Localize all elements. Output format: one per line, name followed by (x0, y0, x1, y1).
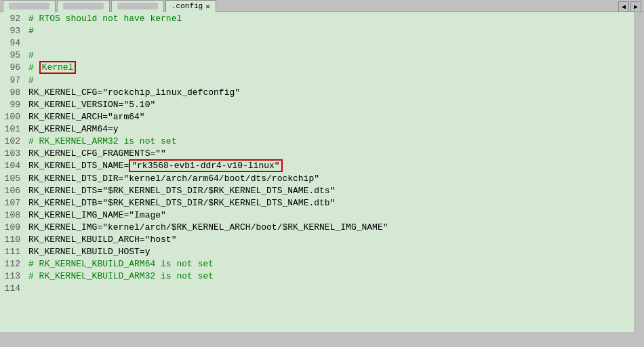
line-content[interactable]: RK_KERNEL_IMG_NAME="Image" (26, 209, 644, 221)
line-number: 114 (0, 282, 26, 294)
line-number: 107 (0, 197, 26, 209)
tab-1-label (9, 3, 49, 9)
table-row: 102# RK_KERNEL_ARM32 is not set (0, 135, 644, 147)
tab-2-label (63, 3, 104, 9)
line-content[interactable]: # RTOS should not have kernel (26, 12, 644, 24)
line-number: 103 (0, 147, 26, 159)
table-row: 109RK_KERNEL_IMG="kernel/arch/$RK_KERNEL… (0, 221, 644, 233)
table-row: 105RK_KERNEL_DTS_DIR="kernel/arch/arm64/… (0, 172, 644, 184)
table-row: 97# (0, 74, 644, 86)
line-number: 92 (0, 12, 26, 24)
line-number: 101 (0, 123, 26, 135)
table-row: 96# Kernel (0, 61, 644, 74)
line-number: 108 (0, 209, 26, 221)
table-row: 106RK_KERNEL_DTS="$RK_KERNEL_DTS_DIR/$RK… (0, 184, 644, 197)
line-number: 104 (0, 159, 26, 172)
nav-right-arrow[interactable]: ▶ (630, 1, 641, 12)
line-number: 110 (0, 233, 26, 245)
line-number: 94 (0, 37, 26, 49)
line-number: 106 (0, 184, 26, 197)
line-number: 105 (0, 172, 26, 184)
line-number: 109 (0, 221, 26, 233)
line-number: 111 (0, 245, 26, 258)
line-content[interactable]: RK_KERNEL_ARM64=y (26, 123, 644, 135)
table-row: 113# RK_KERNEL_KBUILD_ARM32 is not set (0, 270, 644, 282)
line-content[interactable]: # (26, 24, 644, 37)
line-content[interactable]: RK_KERNEL_DTS_NAME="rk3568-evb1-ddr4-v10… (26, 159, 644, 172)
table-row: 110RK_KERNEL_KBUILD_ARCH="host" (0, 233, 644, 245)
line-number: 96 (0, 61, 26, 74)
line-content[interactable]: RK_KERNEL_KBUILD_HOST=y (26, 245, 644, 258)
table-row: 98RK_KERNEL_CFG="rockchip_linux_defconfi… (0, 86, 644, 98)
line-number: 93 (0, 24, 26, 37)
line-content[interactable]: RK_KERNEL_DTB="$RK_KERNEL_DTS_DIR/$RK_KE… (26, 197, 644, 209)
line-number: 100 (0, 110, 26, 123)
tab-3[interactable] (111, 0, 164, 12)
close-icon[interactable]: ✕ (205, 2, 210, 11)
table-row: 107RK_KERNEL_DTB="$RK_KERNEL_DTS_DIR/$RK… (0, 197, 644, 209)
tab-bar: .config ✕ ◀ ▶ (3, 0, 641, 12)
table-row: 108RK_KERNEL_IMG_NAME="Image" (0, 209, 644, 221)
table-row: 112# RK_KERNEL_KBUILD_ARM64 is not set (0, 258, 644, 270)
line-content[interactable]: # (26, 49, 644, 61)
nav-arrows: ◀ ▶ (618, 1, 641, 12)
tab-2[interactable] (57, 0, 110, 12)
active-tab-label: .config (172, 2, 203, 10)
line-content[interactable]: RK_KERNEL_VERSION="5.10" (26, 98, 644, 110)
line-content[interactable] (26, 37, 644, 49)
line-number: 97 (0, 74, 26, 86)
line-content[interactable]: RK_KERNEL_CFG="rockchip_linux_defconfig" (26, 86, 644, 98)
line-content[interactable]: RK_KERNEL_DTS="$RK_KERNEL_DTS_DIR/$RK_KE… (26, 184, 644, 197)
table-row: 101RK_KERNEL_ARM64=y (0, 123, 644, 135)
line-number: 112 (0, 258, 26, 270)
line-content[interactable]: RK_KERNEL_ARCH="arm64" (26, 110, 644, 123)
line-number: 98 (0, 86, 26, 98)
code-table: 92# RTOS should not have kernel93#9495#9… (0, 12, 644, 294)
tab-1[interactable] (3, 0, 56, 12)
line-content[interactable]: RK_KERNEL_IMG="kernel/arch/$RK_KERNEL_AR… (26, 221, 644, 233)
line-number: 95 (0, 49, 26, 61)
line-number: 102 (0, 135, 26, 147)
title-bar: .config ✕ ◀ ▶ (0, 0, 644, 12)
table-row: 95# (0, 49, 644, 61)
line-content[interactable]: # Kernel (26, 61, 644, 74)
table-row: 114 (0, 282, 644, 294)
table-row: 92# RTOS should not have kernel (0, 12, 644, 24)
table-row: 111RK_KERNEL_KBUILD_HOST=y (0, 245, 644, 258)
line-content[interactable] (26, 282, 644, 294)
line-content[interactable]: # RK_KERNEL_ARM32 is not set (26, 135, 644, 147)
table-row: 104RK_KERNEL_DTS_NAME="rk3568-evb1-ddr4-… (0, 159, 644, 172)
line-content[interactable]: # RK_KERNEL_KBUILD_ARM64 is not set (26, 258, 644, 270)
line-content[interactable]: RK_KERNEL_KBUILD_ARCH="host" (26, 233, 644, 245)
line-content[interactable]: RK_KERNEL_CFG_FRAGMENTS="" (26, 147, 644, 159)
line-number: 99 (0, 98, 26, 110)
table-row: 94 (0, 37, 644, 49)
line-content[interactable]: RK_KERNEL_DTS_DIR="kernel/arch/arm64/boo… (26, 172, 644, 184)
line-number: 113 (0, 270, 26, 282)
table-row: 93# (0, 24, 644, 37)
line-content[interactable]: # RK_KERNEL_KBUILD_ARM32 is not set (26, 270, 644, 282)
active-tab[interactable]: .config ✕ (165, 0, 216, 12)
table-row: 103RK_KERNEL_CFG_FRAGMENTS="" (0, 147, 644, 159)
editor-area: 92# RTOS should not have kernel93#9495#9… (0, 12, 644, 332)
table-row: 99RK_KERNEL_VERSION="5.10" (0, 98, 644, 110)
line-content[interactable]: # (26, 74, 644, 86)
table-row: 100RK_KERNEL_ARCH="arm64" (0, 110, 644, 123)
tab-3-label (117, 3, 158, 9)
scrollbar-vertical[interactable] (635, 12, 644, 332)
nav-left-arrow[interactable]: ◀ (618, 1, 629, 12)
